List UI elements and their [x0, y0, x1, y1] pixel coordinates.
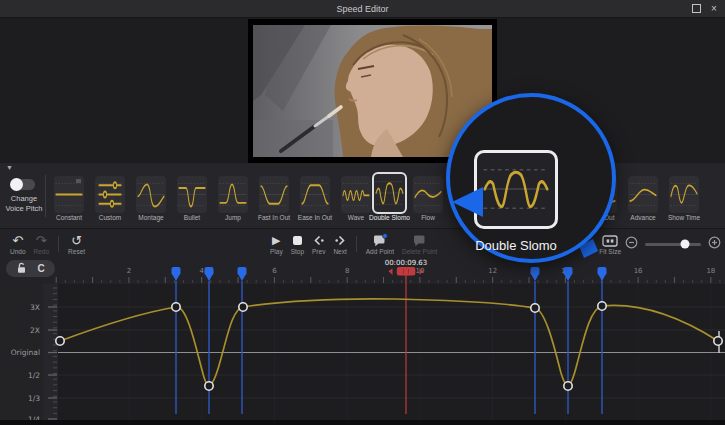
bubble-pointer	[452, 186, 485, 219]
add-point-button[interactable]: Add Point	[366, 229, 394, 259]
voice-pitch-toggle[interactable]	[11, 179, 35, 190]
titlebar: Speed Editor ×	[0, 0, 725, 18]
preset-label-flow: Flow	[398, 214, 458, 221]
prev-icon	[312, 233, 325, 248]
timeline-canvas[interactable]: 3X2XOriginal1/21/31/42468101214161800:00…	[0, 258, 725, 425]
toolbar: ↶ Undo ↷ Redo ↺ Reset ▶ Play Stop	[0, 228, 725, 259]
collapse-arrow-icon[interactable]: ▼	[6, 164, 13, 171]
curve-point[interactable]	[56, 337, 64, 345]
ruler-number: 2	[127, 267, 131, 275]
redo-icon: ↷	[36, 233, 47, 248]
curve-mode-button[interactable]: C	[38, 264, 45, 274]
magnified-preset-card	[474, 150, 558, 229]
close-button[interactable]: ×	[705, 0, 723, 17]
fit-size-icon	[602, 233, 618, 248]
divider	[45, 175, 46, 217]
curve-point[interactable]	[205, 382, 213, 390]
ruler-number: 4	[199, 267, 204, 275]
preset-jump[interactable]	[218, 176, 248, 213]
zoom-out-icon	[625, 236, 638, 249]
preset-advance[interactable]	[628, 176, 658, 213]
ruler-number: 8	[345, 267, 349, 275]
magnified-preset-label: Double Slomo	[436, 238, 596, 253]
preset-ease-in-out[interactable]	[300, 176, 330, 213]
preset-bullet[interactable]	[177, 176, 207, 213]
timeline-zoom-slider[interactable]	[645, 243, 701, 246]
preset-double-slomo[interactable]	[372, 172, 407, 214]
delete-point-icon	[412, 233, 428, 248]
background-shadow	[253, 120, 333, 157]
magnifier-bubble: Double Slomo	[446, 93, 616, 263]
toolbar-divider	[58, 236, 59, 252]
next-button[interactable]: Next	[333, 229, 346, 259]
reset-icon: ↺	[71, 233, 82, 248]
unlock-icon	[16, 262, 27, 274]
curve-point[interactable]	[172, 303, 180, 311]
stop-button[interactable]: Stop	[291, 229, 304, 259]
slider-knob[interactable]	[680, 240, 689, 249]
delete-point-button[interactable]: Delete Point	[402, 229, 437, 259]
fit-size-button[interactable]: Fit Size	[599, 229, 621, 259]
reset-button[interactable]: ↺ Reset	[68, 229, 85, 259]
next-icon	[334, 233, 347, 248]
speed-editor-window: Speed Editor ×	[0, 0, 725, 425]
undo-button[interactable]: ↶ Undo	[10, 229, 26, 259]
play-icon: ▶	[272, 233, 280, 248]
curve-point[interactable]	[598, 302, 606, 310]
play-button[interactable]: ▶ Play	[270, 229, 283, 259]
magnified-curve	[480, 157, 552, 221]
preset-label-show-time: Show Time	[654, 214, 714, 221]
preset-wave[interactable]	[341, 176, 371, 213]
timeline-tools: C	[6, 260, 55, 277]
curve-point[interactable]	[239, 303, 247, 311]
preset-custom[interactable]	[95, 176, 125, 213]
curve-point[interactable]	[714, 337, 722, 345]
preset-montage[interactable]	[136, 176, 166, 213]
preset-flow[interactable]	[413, 176, 443, 213]
speed-axis-label: 1/2	[28, 371, 40, 380]
stop-icon	[293, 233, 302, 248]
current-time: 00:00:09.63	[385, 259, 428, 267]
preset-row: ▼ Change Voice Pitch ConstantCustomMonta…	[0, 163, 725, 228]
curve-point[interactable]	[531, 304, 539, 312]
constant-badge	[76, 179, 81, 183]
preview-area	[0, 18, 725, 163]
ruler-number: 6	[272, 267, 277, 275]
curve-point[interactable]	[564, 382, 572, 390]
preset-constant[interactable]	[54, 176, 84, 213]
speed-axis-label: 3X	[30, 303, 40, 312]
ruler-number: 16	[634, 267, 643, 275]
maximize-button[interactable]	[687, 0, 705, 17]
window-title: Speed Editor	[336, 4, 388, 14]
redo-button[interactable]: ↷ Redo	[34, 229, 50, 259]
close-icon: ×	[711, 3, 717, 14]
lock-button[interactable]	[16, 260, 27, 278]
preset-fast-in-out[interactable]	[259, 176, 289, 213]
maximize-icon	[692, 4, 701, 13]
prev-button[interactable]: Prev	[312, 229, 325, 259]
ruler-number: 18	[706, 267, 715, 275]
speed-axis-label: 1/3	[28, 394, 40, 403]
preset-show-time[interactable]	[669, 176, 699, 213]
zoom-out-button[interactable]	[625, 235, 638, 253]
toolbar-divider	[356, 236, 357, 252]
toggle-knob	[10, 178, 23, 191]
add-point-icon	[372, 233, 388, 248]
ruler-number: 12	[488, 267, 497, 275]
zoom-in-icon	[708, 236, 721, 249]
speed-axis-label: Original	[11, 348, 40, 357]
voice-pitch-label: Change Voice Pitch	[0, 194, 48, 214]
zoom-in-button[interactable]	[708, 235, 721, 253]
timeline: 3X2XOriginal1/21/31/42468101214161800:00…	[0, 258, 725, 425]
undo-icon: ↶	[12, 233, 23, 248]
speed-axis-label: 2X	[30, 326, 40, 335]
